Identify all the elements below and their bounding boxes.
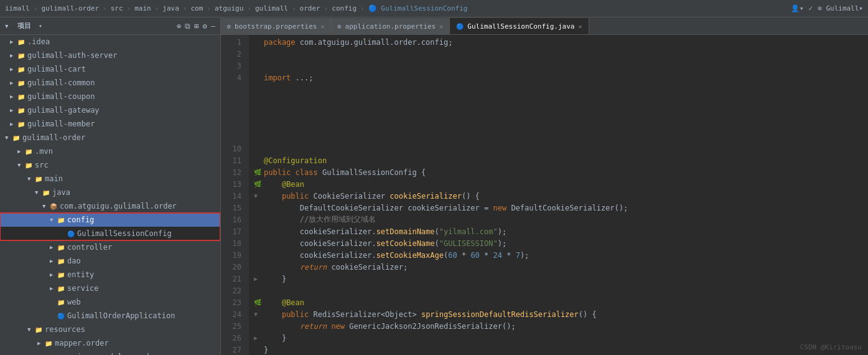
sidebar-item-dao[interactable]: ▶ 📁 dao: [0, 254, 220, 268]
code-content[interactable]: package com.atguigu.gulimall.order.confi…: [249, 35, 868, 355]
sidebar-item-src[interactable]: ▼ 📁 src: [0, 158, 220, 172]
sidebar-item-entity[interactable]: ▶ 📁 entity: [0, 268, 220, 282]
main-content: ▼ 项目 ▾ ⊕ ⧉ ⊞ ⚙ — ▶ 📁 .idea ▶ 📁 gulimall-…: [0, 17, 868, 355]
code-line-18: cookieSerializer.setCookieName("GULISESS…: [254, 237, 868, 249]
sidebar-item-com-package[interactable]: ▼ 📦 com.atguigu.gulimall.order: [0, 199, 220, 213]
folder-icon-src: 📁: [25, 162, 32, 169]
code-line-27: }: [254, 344, 868, 355]
code-line-26: ▶ }: [254, 332, 868, 344]
sidebar-item-src-views[interactable]: ▶ 📁 src.views.modules.order: [0, 350, 220, 355]
code-line-11: @Configuration: [254, 154, 868, 166]
sidebar-item-mvn[interactable]: ▶ 📁 .mvn: [0, 144, 220, 158]
sidebar-item-order[interactable]: ▼ 📁 gulimall-order: [0, 131, 220, 144]
tab-session-config-close[interactable]: ✕: [578, 23, 582, 30]
sidebar-item-auth-server[interactable]: ▶ 📁 gulimall-auth-server: [0, 49, 220, 62]
folder-icon-member: 📁: [17, 121, 25, 128]
sidebar-item-gulimall-session-config[interactable]: 🔵 GulimallSessionConfig: [0, 227, 220, 240]
vcs-icon[interactable]: ✓: [809, 4, 813, 12]
breadcrumb-order[interactable]: order: [300, 4, 320, 12]
sidebar-item-member[interactable]: ▶ 📁 gulimall-member: [0, 117, 220, 131]
code-line-3: [254, 60, 868, 72]
folder-icon-service: 📁: [57, 285, 65, 292]
tab-application-close[interactable]: ✕: [439, 23, 443, 30]
code-line-24: ▼ public RedisSerializer<Object> springS…: [254, 308, 868, 320]
tab-session-config-label: GulimallSessionConfig.java: [467, 22, 574, 31]
sidebar-item-common[interactable]: ▶ 📁 gulimall-common: [0, 76, 220, 90]
code-line-12: 🌿 public class GulimallSessionConfig {: [254, 166, 868, 178]
sidebar-item-mapper-order[interactable]: ▶ 📁 mapper.order: [0, 336, 220, 350]
folder-icon-main: 📁: [35, 176, 42, 182]
line-numbers: 1 2 3 4 10 11 12 13 14 15 16 17 18 19 20: [221, 35, 249, 355]
folder-icon-web: 📁: [57, 299, 65, 306]
sidebar-item-order-app[interactable]: 🔵 GulimallOrderApplication: [0, 309, 220, 323]
breadcrumb-com[interactable]: com: [190, 4, 203, 12]
collapse-all-icon[interactable]: ⧉: [185, 22, 190, 31]
folder-icon-mapper: 📁: [45, 340, 52, 347]
folder-icon-order: 📁: [12, 135, 20, 141]
breadcrumb-atguigu[interactable]: atguigu: [215, 4, 243, 12]
sidebar-item-gateway[interactable]: ▶ 📁 gulimall-gateway: [0, 103, 220, 117]
tabs-bar: ⚙ bootstrap.properties ✕ ⚙ application.p…: [221, 17, 868, 35]
sidebar-header: ▼ 项目 ▾ ⊕ ⧉ ⊞ ⚙ —: [0, 17, 220, 35]
folder-icon-java: 📁: [42, 189, 50, 196]
tab-session-config[interactable]: 🔵 GulimallSessionConfig.java ✕: [450, 18, 589, 34]
code-line-13: 🌿 @Bean: [254, 178, 868, 190]
folder-icon-coupon: 📁: [17, 93, 25, 100]
sidebar-item-resources[interactable]: ▼ 📁 resources: [0, 323, 220, 336]
java-icon-tab: 🔵: [456, 23, 464, 30]
sidebar-item-controller[interactable]: ▶ 📁 controller: [0, 240, 220, 254]
sidebar: ▼ 项目 ▾ ⊕ ⧉ ⊞ ⚙ — ▶ 📁 .idea ▶ 📁 gulimall-…: [0, 17, 221, 355]
breadcrumb-gulimall[interactable]: gulimall: [255, 4, 288, 12]
user-icon[interactable]: 👤▾: [791, 4, 804, 12]
code-line-22: [254, 285, 868, 296]
code-line-1: package com.atguigu.gulimall.order.confi…: [254, 36, 868, 48]
code-line-17: cookieSerializer.setDomainName("yilmall.…: [254, 225, 868, 237]
java-icon-app: 🔵: [57, 313, 65, 320]
sidebar-item-config[interactable]: ▼ 📁 config: [0, 213, 220, 227]
folder-icon-com: 📦: [50, 203, 57, 210]
sidebar-item-service[interactable]: ▶ 📁 service: [0, 282, 220, 295]
tab-bootstrap-label: bootstrap.properties: [235, 22, 317, 31]
sidebar-item-web[interactable]: 📁 web: [0, 295, 220, 309]
sidebar-title: 项目: [17, 21, 31, 31]
breadcrumb-config[interactable]: config: [332, 4, 357, 12]
tab-bootstrap-close[interactable]: ✕: [320, 23, 324, 30]
sidebar-item-coupon[interactable]: ▶ 📁 gulimall-coupon: [0, 90, 220, 103]
expand-all-icon[interactable]: ⊞: [194, 22, 198, 31]
breadcrumb-gulimall-order[interactable]: gulimall-order: [41, 4, 99, 12]
code-line-16: //放大作用域到父域名: [254, 214, 868, 225]
java-icon-session: 🔵: [67, 230, 75, 237]
sidebar-dropdown-icon[interactable]: ▾: [39, 22, 42, 29]
sidebar-item-main[interactable]: ▼ 📁 main: [0, 172, 220, 186]
breadcrumb-session-config[interactable]: 🔵 GulimallSessionConfig: [368, 4, 468, 12]
settings-icon[interactable]: ⚙: [203, 22, 207, 31]
sidebar-header-icons: ⊕ ⧉ ⊞ ⚙ —: [177, 22, 215, 31]
properties-icon-bootstrap: ⚙: [227, 23, 231, 30]
folder-icon-auth: 📁: [17, 52, 25, 59]
sidebar-item-cart[interactable]: ▶ 📁 gulimall-cart: [0, 62, 220, 76]
code-line-10: [254, 143, 868, 154]
breadcrumb-java[interactable]: java: [162, 4, 179, 12]
tab-application[interactable]: ⚙ application.properties ✕: [332, 18, 450, 34]
close-sidebar-icon[interactable]: —: [211, 22, 215, 31]
top-bar: iimall › gulimall-order › src › main › j…: [0, 0, 868, 17]
watermark: CSDN @Kiritoasu: [800, 343, 862, 351]
tab-bootstrap[interactable]: ⚙ bootstrap.properties ✕: [221, 18, 332, 34]
breadcrumb-iimall[interactable]: iimall: [5, 4, 30, 12]
code-line-19: cookieSerializer.setCookieMaxAge(60 * 60…: [254, 249, 868, 261]
sidebar-expand-icon: ▼: [5, 23, 12, 29]
code-line-6: [254, 95, 868, 107]
folder-icon-mvn: 📁: [25, 148, 32, 155]
code-line-14: ▼ public CookieSerializer cookieSerializ…: [254, 190, 868, 202]
tab-application-label: application.properties: [345, 22, 436, 31]
sidebar-item-java[interactable]: ▼ 📁 java: [0, 186, 220, 199]
code-line-9: [254, 131, 868, 143]
folder-icon-cart: 📁: [17, 66, 25, 73]
add-icon[interactable]: ⊕: [177, 22, 181, 31]
code-line-5: [254, 83, 868, 95]
breadcrumb-main[interactable]: main: [134, 4, 151, 12]
folder-icon-gateway: 📁: [17, 107, 25, 114]
sidebar-item-idea[interactable]: ▶ 📁 .idea: [0, 35, 220, 49]
breadcrumb-src[interactable]: src: [111, 4, 123, 12]
properties-icon-app: ⚙: [338, 23, 342, 30]
